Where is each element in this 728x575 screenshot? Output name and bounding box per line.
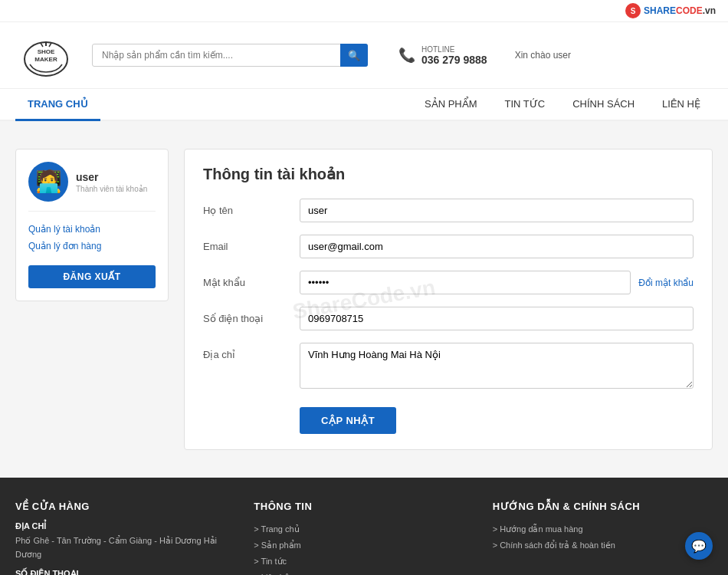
footer-link-contact[interactable]: Liên hệ — [254, 570, 474, 575]
password-field-group: Đổi mật khẩu — [300, 271, 694, 294]
sidebar-item-manage-account[interactable]: Quản lý tài khoản — [28, 221, 156, 238]
sc-icon: S — [625, 3, 641, 18]
logout-button[interactable]: ĐĂNG XUẤT — [28, 265, 156, 288]
footer-col-policy: HƯỚNG DẪN & CHÍNH SÁCH Hướng dẫn mua hàn… — [493, 501, 713, 575]
password-label: Mật khẩu — [203, 271, 287, 288]
svg-text:SHOE: SHOE — [38, 48, 55, 55]
greeting-text: Xin chào user — [515, 50, 571, 61]
footer-phone-title: SỐ ĐIỆN THOẠI — [15, 569, 235, 575]
footer-link-products[interactable]: Sản phẩm — [254, 537, 474, 554]
avatar-subtitle: Thành viên tài khoản — [76, 185, 147, 193]
footer: VỀ CỬA HÀNG ĐỊA CHỈ Phố Ghê - Tân Trường… — [0, 478, 728, 575]
search-area: 🔍 — [92, 44, 368, 67]
sharecode-logo: S SHARECODE.vn — [625, 3, 716, 18]
phone-icon: 📞 — [398, 47, 415, 64]
logo-svg: SHOE MAKER — [19, 32, 73, 78]
footer-link-home[interactable]: Trang chủ — [254, 521, 474, 537]
update-button[interactable]: CẬP NHẬT — [300, 407, 396, 434]
footer-address: Phố Ghê - Tân Trường - Cẩm Giàng - Hải D… — [15, 534, 235, 561]
main-nav: TRANG CHỦ SẢN PHẨM TIN TỨC CHÍNH SÁCH LI… — [0, 89, 728, 121]
address-label: Địa chỉ — [203, 343, 287, 360]
footer-columns: VỀ CỬA HÀNG ĐỊA CHỈ Phố Ghê - Tân Trường… — [15, 501, 713, 575]
name-label: Họ tên — [203, 199, 287, 216]
hotline-label: HOTLINE — [421, 45, 487, 54]
hotline-area: 📞 HOTLINE 036 279 9888 — [398, 45, 487, 66]
search-button[interactable]: 🔍 — [340, 44, 368, 67]
footer-info-title: THÔNG TIN — [254, 501, 474, 512]
password-row: Mật khẩu Đổi mật khẩu — [203, 271, 694, 294]
avatar: 🧑‍💻 — [28, 162, 68, 202]
nav-item-products[interactable]: SẢN PHẨM — [412, 89, 490, 121]
footer-col-info: THÔNG TIN Trang chủ Sản phẩm Tin tức Liê… — [254, 501, 474, 575]
sidebar-user-info: 🧑‍💻 user Thành viên tài khoản — [28, 162, 156, 212]
sidebar-item-manage-orders[interactable]: Quản lý đơn hàng — [28, 238, 156, 255]
nav-right: SẢN PHẨM TIN TỨC CHÍNH SÁCH LIÊN HỆ — [412, 89, 713, 120]
section-title: Thông tin tài khoản — [203, 165, 694, 183]
account-section: Thông tin tài khoản Họ tên Email Mật khẩ… — [184, 149, 713, 450]
address-input[interactable]: Vĩnh Hưng Hoàng Mai Hà Nội — [300, 343, 694, 389]
header: SHOE MAKER 🔍 📞 HOTLINE 036 279 9888 Xin … — [0, 22, 728, 89]
avatar-icon: 🧑‍💻 — [35, 171, 62, 192]
avatar-info: user Thành viên tài khoản — [76, 171, 147, 193]
update-row: CẬP NHẬT — [203, 401, 694, 434]
footer-address-title: ĐỊA CHỈ — [15, 521, 235, 531]
sc-name: SHARECODE.vn — [644, 5, 716, 16]
change-password-link[interactable]: Đổi mật khẩu — [638, 278, 694, 288]
nav-item-news[interactable]: TIN TỨC — [493, 89, 558, 121]
phone-label: Số điện thoại — [203, 307, 287, 324]
name-row: Họ tên — [203, 199, 694, 222]
email-input[interactable] — [300, 235, 694, 258]
hotline-info: HOTLINE 036 279 9888 — [421, 45, 487, 66]
phone-input[interactable] — [300, 307, 694, 330]
email-row: Email — [203, 235, 694, 258]
nav-item-policy[interactable]: CHÍNH SÁCH — [560, 89, 647, 121]
top-bar: S SHARECODE.vn — [0, 0, 728, 22]
footer-about-title: VỀ CỬA HÀNG — [15, 501, 235, 512]
logo-area: SHOE MAKER — [15, 28, 77, 82]
phone-row: Số điện thoại — [203, 307, 694, 330]
footer-link-buying-guide[interactable]: Hướng dẫn mua hàng — [493, 521, 713, 537]
svg-line-4 — [41, 43, 43, 47]
footer-link-news[interactable]: Tin tức — [254, 554, 474, 570]
avatar-name: user — [76, 171, 147, 183]
footer-col-about: VỀ CỬA HÀNG ĐỊA CHỈ Phố Ghê - Tân Trường… — [15, 501, 235, 575]
password-input[interactable] — [300, 271, 631, 294]
svg-text:MAKER: MAKER — [34, 56, 57, 63]
sidebar: 🧑‍💻 user Thành viên tài khoản Quản lý tà… — [15, 149, 169, 301]
footer-policy-title: HƯỚNG DẪN & CHÍNH SÁCH — [493, 501, 713, 512]
email-label: Email — [203, 235, 287, 252]
chat-button[interactable]: 💬 — [685, 532, 713, 560]
logo: SHOE MAKER — [15, 28, 77, 82]
nav-item-home[interactable]: TRANG CHỦ — [15, 89, 100, 121]
name-input[interactable] — [300, 199, 694, 222]
footer-link-return-policy[interactable]: Chính sách đổi trả & hoàn tiền — [493, 537, 713, 554]
svg-line-5 — [49, 43, 51, 47]
main-content: 🧑‍💻 user Thành viên tài khoản Quản lý tà… — [0, 133, 728, 465]
search-input[interactable] — [92, 44, 368, 67]
address-row: Địa chỉ Vĩnh Hưng Hoàng Mai Hà Nội — [203, 343, 694, 389]
nav-item-contact[interactable]: LIÊN HỆ — [650, 89, 713, 121]
hotline-number: 036 279 9888 — [421, 54, 487, 66]
